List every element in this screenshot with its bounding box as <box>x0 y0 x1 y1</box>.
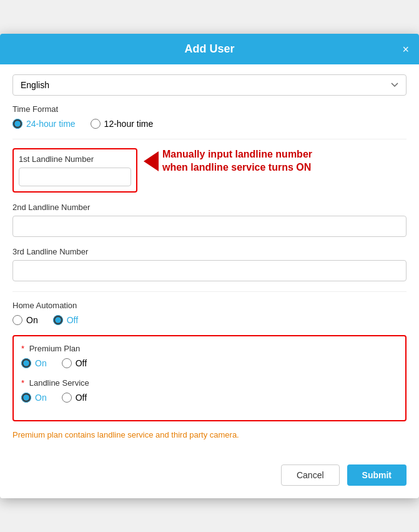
third-landline-group: 3rd Landline Number <box>12 247 407 281</box>
premium-plan-off-radio[interactable] <box>62 358 72 368</box>
landline-service-text: Landline Service <box>29 378 89 388</box>
home-automation-off-option[interactable]: Off <box>53 315 78 325</box>
time-format-24h-radio[interactable] <box>12 119 22 129</box>
landline-service-asterisk: * <box>21 378 24 388</box>
landline-service-on-label: On <box>35 393 47 403</box>
modal-body: English Chinese Japanese Time Format 24-… <box>0 64 419 464</box>
premium-plan-on-option[interactable]: On <box>21 358 47 368</box>
premium-note: Premium plan contains landline service a… <box>12 430 407 439</box>
landline-service-on-option[interactable]: On <box>21 393 47 403</box>
divider-1 <box>12 139 407 139</box>
annotation-text: Manually input landline number when land… <box>162 148 312 174</box>
premium-plan-text: Premium Plan <box>29 344 81 353</box>
first-landline-container: 1st Landline Number <box>12 148 137 193</box>
landline-service-off-label: Off <box>76 393 87 403</box>
first-landline-wrapper: 1st Landline Number Manually input landl… <box>12 148 407 193</box>
second-landline-input[interactable] <box>12 216 407 237</box>
home-automation-on-option[interactable]: On <box>12 315 38 325</box>
home-automation-section: Home Automation On Off <box>12 301 407 325</box>
submit-button[interactable]: Submit <box>347 464 407 486</box>
arrow-left-icon <box>144 151 159 171</box>
premium-plan-subsection: * Premium Plan On Off <box>21 344 398 368</box>
premium-plan-off-label: Off <box>76 358 87 368</box>
arrow-annotation: Manually input landline number when land… <box>144 148 312 174</box>
annotation-line1: Manually input landline number <box>162 149 312 159</box>
third-landline-label: 3rd Landline Number <box>12 247 407 256</box>
second-landline-group: 2nd Landline Number <box>12 203 407 237</box>
home-automation-radio-group: On Off <box>12 315 407 325</box>
annotation-area: Manually input landline number when land… <box>144 148 407 174</box>
time-format-label: Time Format <box>12 104 407 114</box>
home-automation-off-label: Off <box>67 315 78 325</box>
third-landline-input[interactable] <box>12 260 407 281</box>
first-landline-input[interactable] <box>19 168 131 186</box>
landline-service-off-option[interactable]: Off <box>62 393 87 403</box>
home-automation-off-radio[interactable] <box>53 315 63 325</box>
premium-plan-radio-group: On Off <box>21 358 398 368</box>
add-user-modal: Add User × English Chinese Japanese Time… <box>0 34 419 498</box>
first-landline-label: 1st Landline Number <box>19 154 131 164</box>
modal-header: Add User × <box>0 34 419 64</box>
language-select[interactable]: English Chinese Japanese <box>12 74 407 96</box>
landline-service-radio-group: On Off <box>21 393 398 403</box>
premium-plan-label: * Premium Plan <box>21 344 398 353</box>
home-automation-on-label: On <box>26 315 38 325</box>
home-automation-on-radio[interactable] <box>12 315 22 325</box>
premium-plan-asterisk: * <box>21 344 24 353</box>
modal-footer: Cancel Submit <box>0 464 419 498</box>
close-button[interactable]: × <box>402 44 409 55</box>
annotation-line2: when landline service turns ON <box>162 162 311 173</box>
time-format-12h-radio[interactable] <box>91 119 101 129</box>
premium-plan-on-label: On <box>35 358 47 368</box>
time-format-24h-label: 24-hour time <box>26 119 76 129</box>
second-landline-label: 2nd Landline Number <box>12 203 407 212</box>
modal-title: Add User <box>184 43 234 55</box>
premium-plan-off-option[interactable]: Off <box>62 358 87 368</box>
divider-2 <box>12 291 407 292</box>
home-automation-label: Home Automation <box>12 301 407 310</box>
landline-service-subsection: * Landline Service On Off <box>21 378 398 403</box>
cancel-button[interactable]: Cancel <box>281 464 340 486</box>
premium-plan-on-radio[interactable] <box>21 358 31 368</box>
time-format-group: 24-hour time 12-hour time <box>12 119 407 129</box>
landline-service-label: * Landline Service <box>21 378 398 388</box>
time-format-12h-label: 12-hour time <box>104 119 154 129</box>
time-format-12h-option[interactable]: 12-hour time <box>91 119 154 129</box>
time-format-24h-option[interactable]: 24-hour time <box>12 119 76 129</box>
highlighted-section: * Premium Plan On Off * <box>12 335 407 421</box>
landline-service-off-radio[interactable] <box>62 393 72 403</box>
landline-service-on-radio[interactable] <box>21 393 31 403</box>
